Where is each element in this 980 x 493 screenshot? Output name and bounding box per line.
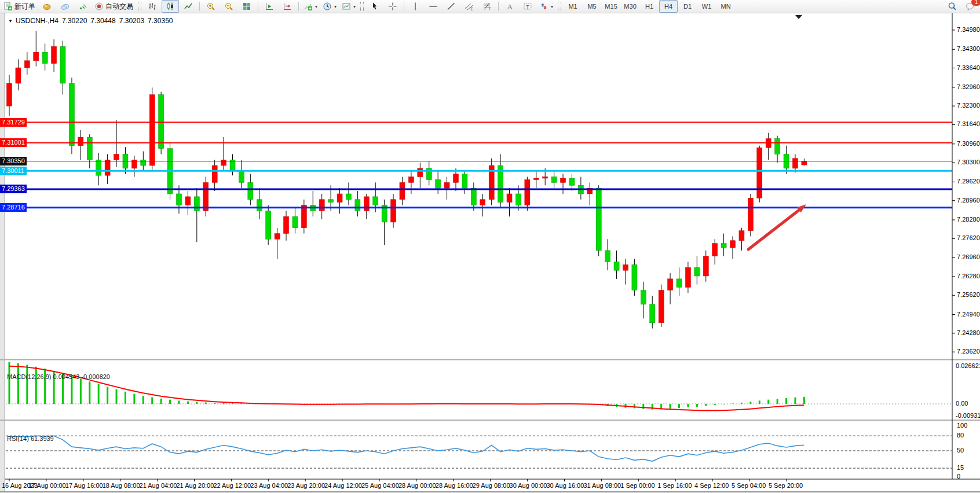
notification-badge: 1 xyxy=(971,0,980,6)
rsi-scale-label: 80 xyxy=(957,432,964,439)
toolbar-grip xyxy=(138,2,141,11)
new-order-button[interactable]: 新订单 xyxy=(1,0,38,13)
timeframe-m1-button[interactable]: M1 xyxy=(564,0,582,13)
close-value: 7.30350 xyxy=(148,17,173,25)
candle-body xyxy=(105,160,110,175)
virtual-hosting-button[interactable] xyxy=(56,0,74,13)
search-button[interactable] xyxy=(944,0,961,13)
autoscroll-icon xyxy=(265,2,274,11)
auto-scroll-button[interactable] xyxy=(261,0,278,13)
timeframe-m5-button[interactable]: M5 xyxy=(583,0,601,13)
timeframe-h1-button[interactable]: H1 xyxy=(640,0,659,13)
signals-button[interactable] xyxy=(74,0,92,13)
candle-body xyxy=(96,160,101,175)
high-value: 7.30448 xyxy=(90,17,115,25)
trend-arrow[interactable] xyxy=(748,209,800,249)
candle-body xyxy=(328,200,334,203)
candle-body xyxy=(78,137,83,146)
candle-body xyxy=(569,178,575,185)
candlestick-chart-button[interactable] xyxy=(162,0,179,13)
candle-body xyxy=(176,194,181,205)
candle-body xyxy=(400,182,405,199)
chart-canvas[interactable] xyxy=(0,13,980,491)
price-tick-label: 7.32300 xyxy=(957,102,980,109)
text-button[interactable]: A xyxy=(501,0,518,13)
gold-icon xyxy=(42,2,52,11)
text-label-button[interactable]: T xyxy=(519,0,536,13)
tile-windows-button[interactable] xyxy=(238,0,255,13)
line-chart-button[interactable] xyxy=(180,0,197,13)
arrows-button[interactable]: ▾ xyxy=(537,0,555,13)
candle-body xyxy=(561,178,566,182)
support-line-cyan-label: 7.30011 xyxy=(0,167,27,175)
periods-button[interactable]: ▾ xyxy=(320,0,339,13)
search-icon xyxy=(948,2,957,11)
candle-body xyxy=(685,267,690,287)
candle-body xyxy=(319,200,324,211)
signal-icon xyxy=(78,2,87,11)
trendline-button[interactable] xyxy=(443,0,460,13)
time-label: 28 Aug 16:00 xyxy=(436,482,473,489)
timeframe-d1-button[interactable]: D1 xyxy=(678,0,697,13)
candle-body xyxy=(69,83,74,146)
candle-body xyxy=(730,241,736,248)
market-button[interactable] xyxy=(38,0,56,13)
dropdown-caret-icon[interactable]: ▾ xyxy=(551,4,553,9)
candle-body xyxy=(391,200,396,222)
bar-chart-button[interactable] xyxy=(144,0,161,13)
timeframe-h4-button[interactable]: H4 xyxy=(659,0,678,13)
symbol-period-label: USDCNH-,H4 xyxy=(16,17,58,25)
candle-body xyxy=(436,179,441,188)
candle-body xyxy=(775,138,780,154)
timeframe-m15-button[interactable]: M15 xyxy=(602,0,620,13)
candle-body xyxy=(480,200,485,205)
channel-icon: E xyxy=(465,2,474,11)
textT-icon: T xyxy=(523,2,532,11)
candle-body xyxy=(721,244,726,248)
chart-shift-marker[interactable] xyxy=(795,15,802,19)
chart-shift-button[interactable] xyxy=(279,0,296,13)
timeframe-mn-button[interactable]: MN xyxy=(716,0,735,13)
candle-body xyxy=(641,290,646,304)
candle-body xyxy=(703,256,708,276)
autotrading-button[interactable]: 自动交易 xyxy=(92,0,136,13)
horizontal-line-button[interactable] xyxy=(425,0,442,13)
notifications-button[interactable]: 1 xyxy=(961,0,979,13)
price-tick-label: 7.28280 xyxy=(957,216,980,223)
vertical-line-button[interactable] xyxy=(407,0,424,13)
rsi-scale-label: 50 xyxy=(957,447,964,454)
price-tick-label: 7.26960 xyxy=(957,253,980,260)
price-tick-label: 7.31640 xyxy=(957,120,980,127)
indicators-button[interactable]: ▾ xyxy=(301,0,320,13)
price-tick-label: 7.25620 xyxy=(957,291,980,298)
candle-body xyxy=(632,264,637,290)
crosshair-button[interactable] xyxy=(384,0,401,13)
dropdown-caret-icon[interactable]: ▾ xyxy=(334,4,337,9)
templates-button[interactable]: ▾ xyxy=(339,0,358,13)
toolbar-separator xyxy=(404,2,404,11)
time-label: 5 Sep 04:00 xyxy=(732,482,766,489)
fibonacci-button[interactable]: F xyxy=(478,0,496,13)
toolbar-separator xyxy=(199,2,200,11)
time-label: 28 Aug 00:00 xyxy=(398,482,436,489)
pane-separator[interactable] xyxy=(0,359,980,360)
candle-body xyxy=(257,200,262,211)
price-tick-label: 7.24940 xyxy=(957,311,980,318)
equidistant-channel-button[interactable]: E xyxy=(460,0,478,13)
neworder-icon xyxy=(3,2,13,11)
dropdown-caret-icon[interactable]: ▾ xyxy=(315,4,317,9)
dropdown-caret-icon[interactable]: ▾ xyxy=(353,4,356,9)
zoomin-icon xyxy=(206,2,215,11)
collapse-triangle-icon[interactable]: ▼ xyxy=(8,19,13,24)
zoom-out-button[interactable] xyxy=(220,0,237,13)
timeframe-m30-button[interactable]: M30 xyxy=(621,0,639,13)
candle-body xyxy=(346,194,351,200)
pane-separator[interactable] xyxy=(0,420,980,421)
toolbar-grip xyxy=(558,2,561,11)
candle-body xyxy=(694,267,700,276)
shapes-icon xyxy=(539,2,548,11)
zoom-in-button[interactable] xyxy=(202,0,220,13)
timeframe-w1-button[interactable]: W1 xyxy=(697,0,716,13)
time-label: 17 Aug 00:00 xyxy=(28,482,66,489)
cursor-button[interactable] xyxy=(366,0,383,13)
